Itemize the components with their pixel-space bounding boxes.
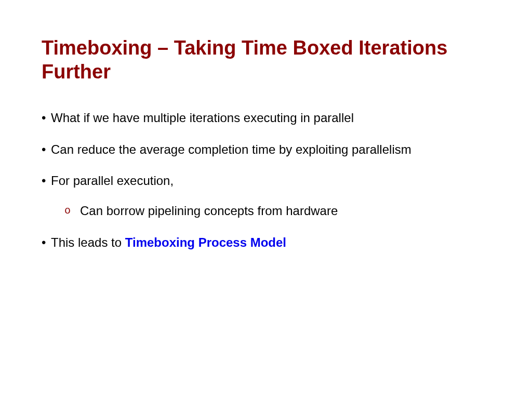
list-item: This leads to Timeboxing Process Model <box>42 234 490 251</box>
sub-bullet-list: Can borrow pipelining concepts from hard… <box>51 203 490 219</box>
sub-bullet-text: Can borrow pipelining concepts from hard… <box>80 204 338 218</box>
list-item: What if we have multiple iterations exec… <box>42 110 490 126</box>
sub-list-item: Can borrow pipelining concepts from hard… <box>54 203 490 219</box>
bullet-text: Can reduce the average completion time b… <box>51 142 411 156</box>
list-item: For parallel execution, Can borrow pipel… <box>42 172 490 220</box>
slide-title: Timeboxing – Taking Time Boxed Iteration… <box>42 36 490 84</box>
bullet-text-prefix: This leads to <box>51 235 125 249</box>
highlight-text: Timeboxing Process Model <box>125 235 286 249</box>
bullet-text: For parallel execution, <box>51 174 174 188</box>
bullet-list: What if we have multiple iterations exec… <box>42 110 490 251</box>
bullet-text: What if we have multiple iterations exec… <box>51 111 354 125</box>
list-item: Can reduce the average completion time b… <box>42 141 490 158</box>
